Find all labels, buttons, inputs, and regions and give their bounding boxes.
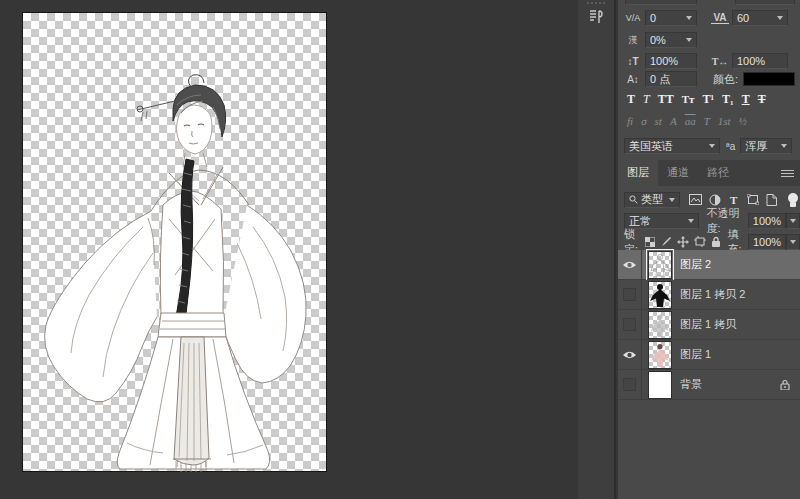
layer-thumbnail[interactable] — [648, 311, 672, 339]
layer-thumbnail[interactable] — [648, 341, 672, 369]
dock-grip-dots[interactable] — [587, 2, 607, 4]
visibility-toggle[interactable] — [618, 310, 642, 340]
layer-thumbnail[interactable] — [648, 281, 672, 309]
vertical-scale-field[interactable]: 100% — [645, 53, 697, 69]
horizontal-scale-icon: T↔ — [711, 56, 729, 67]
hidden-eye-well — [623, 288, 636, 301]
filter-shape-layers-icon[interactable] — [745, 192, 760, 208]
layer-name[interactable]: 图层 1 拷贝 2 — [680, 287, 745, 302]
fill-field[interactable]: 100% — [748, 234, 786, 250]
font-size-row-cutoff — [618, 0, 800, 7]
faux-bold-button[interactable]: T — [627, 92, 635, 107]
faux-italic-button[interactable]: T — [643, 92, 650, 107]
proportional-spacing-row: 漢 0% — [618, 31, 800, 49]
layer-row[interactable]: 背景 — [618, 370, 800, 400]
antialias-icon: ªa — [726, 141, 735, 152]
stylistic-alternates-button[interactable]: st — [655, 115, 662, 127]
underline-button[interactable]: T — [742, 92, 750, 107]
tab-channels[interactable]: 通道 — [658, 160, 698, 186]
proportional-spacing-field[interactable]: 0% — [645, 32, 697, 48]
lock-artboard-icon[interactable] — [693, 234, 706, 250]
visibility-toggle[interactable] — [618, 250, 642, 280]
color-label: 颜色: — [713, 72, 738, 87]
tracking-field[interactable]: 60 — [732, 10, 788, 26]
discretionary-ligatures-button[interactable]: σ — [641, 115, 646, 127]
filter-kind-select[interactable]: 类型 — [624, 192, 680, 208]
lock-fill-row: 锁定: 填充: 100% — [618, 233, 800, 250]
small-caps-button[interactable]: Tт — [682, 93, 695, 105]
opacity-field[interactable]: 100% — [748, 213, 786, 229]
all-caps-button[interactable]: TT — [658, 92, 674, 107]
text-color-swatch[interactable] — [743, 72, 795, 86]
swash-button[interactable]: T — [704, 115, 710, 127]
paragraph-panel-icon[interactable] — [587, 9, 605, 25]
eye-icon — [622, 350, 637, 360]
layer-thumbnail[interactable] — [648, 251, 672, 279]
layer-row[interactable]: 图层 1 拷贝 — [618, 310, 800, 340]
scale-row: ↕T 100% T↔ 100% — [618, 52, 800, 70]
tracking-icon: VA — [711, 12, 729, 24]
tab-layers[interactable]: 图层 — [618, 160, 658, 186]
kerning-field[interactable]: 0 — [645, 10, 697, 26]
eye-icon — [622, 260, 637, 270]
font-size-field[interactable] — [625, 0, 697, 5]
panel-column: V/A 0 VA 60 漢 0% ↕T 100% T↔ 100% — [618, 0, 800, 499]
panel-menu-icon[interactable] — [781, 170, 794, 177]
document-canvas[interactable] — [22, 12, 327, 472]
language-select[interactable]: 美国英语 — [624, 138, 720, 154]
blend-opacity-row: 正常 不透明度: 100% — [618, 212, 800, 230]
hidden-eye-well — [623, 318, 636, 331]
filter-pixel-layers-icon[interactable] — [688, 192, 703, 208]
fill-dropdown-button[interactable] — [786, 234, 800, 250]
visibility-toggle[interactable] — [618, 370, 642, 400]
visibility-toggle[interactable] — [618, 280, 642, 310]
baseline-color-row: A↕ 0 点 颜色: — [618, 70, 800, 88]
subscript-button[interactable]: T₁ — [722, 92, 734, 107]
layer-row[interactable]: 图层 2 — [618, 250, 800, 280]
kerning-tracking-row: V/A 0 VA 60 — [618, 9, 800, 27]
tab-paths[interactable]: 路径 — [698, 160, 738, 186]
horizontal-scale-field[interactable]: 100% — [732, 53, 788, 69]
lock-position-icon[interactable] — [677, 234, 690, 250]
kerning-icon: V/A — [624, 13, 642, 23]
background-lock-icon — [780, 379, 790, 390]
contextual-alternates-button[interactable]: aa — [685, 115, 696, 127]
layer-name[interactable]: 图层 1 — [680, 347, 711, 362]
type-style-buttons-row: T T TT Tт T¹ T₁ T T — [618, 90, 800, 108]
visibility-toggle[interactable] — [618, 340, 642, 370]
layer-row[interactable]: 图层 1 拷贝 2 — [618, 280, 800, 310]
layer-thumbnail[interactable] — [648, 371, 672, 399]
language-row: 美国英语 ªa 浑厚 — [618, 137, 800, 155]
search-icon — [629, 195, 638, 204]
photoshop-workspace: V/A 0 VA 60 漢 0% ↕T 100% T↔ 100% — [0, 0, 800, 499]
layer-name[interactable]: 图层 1 拷贝 — [680, 317, 736, 332]
lock-pixels-brush-icon[interactable] — [660, 234, 673, 250]
panel-tab-bar: 图层 通道 路径 — [618, 160, 800, 186]
layer-name[interactable]: 背景 — [680, 377, 702, 392]
ligatures-button[interactable]: fi — [627, 115, 633, 127]
collapsed-panel-dock — [578, 0, 616, 499]
filter-on-off-toggle[interactable] — [785, 192, 800, 208]
filter-smart-objects-icon[interactable] — [764, 192, 779, 208]
line-art-figure — [23, 13, 328, 473]
layer-name[interactable]: 图层 2 — [680, 257, 711, 272]
baseline-shift-icon: A↕ — [624, 74, 642, 85]
titling-alternates-button[interactable]: A — [670, 115, 677, 127]
opacity-dropdown-button[interactable] — [786, 213, 800, 229]
antialias-select[interactable]: 浑厚 — [740, 138, 792, 154]
superscript-button[interactable]: T¹ — [702, 92, 714, 107]
proportional-spacing-icon: 漢 — [624, 34, 642, 47]
fractions-button[interactable]: ½ — [739, 115, 747, 127]
lock-all-icon[interactable] — [710, 234, 723, 250]
hidden-eye-well — [623, 378, 636, 391]
opentype-buttons-row: fi σ st A aa T 1st ½ — [618, 113, 800, 129]
baseline-shift-field[interactable]: 0 点 — [645, 71, 697, 87]
vertical-scale-icon: ↕T — [624, 56, 642, 67]
strikethrough-button[interactable]: T — [758, 92, 766, 107]
layer-row[interactable]: 图层 1 — [618, 340, 800, 370]
lock-transparency-icon[interactable] — [644, 234, 657, 250]
leading-field[interactable] — [735, 0, 795, 5]
ordinals-button[interactable]: 1st — [718, 115, 731, 127]
